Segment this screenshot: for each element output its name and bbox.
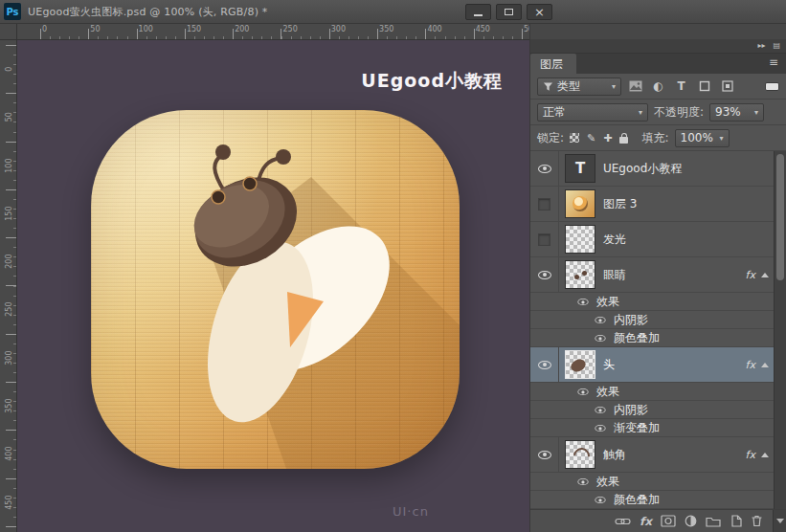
tutorial-caption: UEgood小教程 (361, 69, 503, 94)
add-layer-mask-button[interactable] (661, 515, 676, 527)
titlebar[interactable]: Ps UEgood萤火虫图标.psd @ 100% (头, RGB/8) * × (0, 0, 786, 24)
lock-options-row: 锁定: ✎ ✚ 填充: 100% ▾ (530, 125, 786, 151)
filter-pixel-layers-button[interactable] (626, 78, 644, 95)
collapse-effects-icon[interactable] (761, 453, 769, 457)
filter-adjustment-layers-button[interactable]: ◐ (649, 78, 667, 95)
antenna-left (214, 154, 225, 192)
eye-icon[interactable] (595, 334, 605, 341)
effect-group-row[interactable]: 效果 (530, 473, 786, 491)
scrollbar-thumb[interactable] (776, 154, 784, 280)
layer-row-glow[interactable]: 发光 (530, 222, 786, 257)
visibility-toggle[interactable] (530, 437, 559, 472)
effect-row[interactable]: 颜色叠加 (530, 329, 786, 347)
effect-row[interactable]: 颜色叠加 (530, 491, 786, 509)
visibility-toggle[interactable] (530, 347, 559, 382)
eye-icon[interactable] (577, 298, 588, 304)
delete-layer-button[interactable] (751, 515, 763, 527)
collapse-effects-icon[interactable] (761, 363, 769, 367)
effect-name[interactable]: 效果 (596, 474, 619, 490)
ruler-label: 350 (377, 25, 425, 33)
layer-name[interactable]: 图层 3 (603, 196, 637, 212)
effect-name[interactable]: 内阴影 (614, 312, 648, 328)
minimize-button[interactable] (465, 4, 491, 20)
panel-menu-icon[interactable]: ≡ (769, 54, 786, 74)
effect-name[interactable]: 渐变叠加 (614, 420, 660, 436)
horizontal-ruler[interactable]: 0 50 100 150 200 250 300 350 400 450 500 (17, 24, 531, 40)
layer-name[interactable]: 眼睛 (603, 267, 626, 283)
layer-thumbnail[interactable] (565, 440, 595, 469)
layer-name[interactable]: 触角 (603, 447, 626, 463)
visibility-toggle[interactable] (530, 151, 559, 186)
effect-row[interactable]: 内阴影 (530, 401, 786, 419)
effect-row[interactable]: 渐变叠加 (530, 419, 786, 437)
tab-layers[interactable]: 图层 (530, 54, 576, 74)
layer-thumbnail[interactable] (565, 225, 595, 254)
layer-row-head[interactable]: 头 fx (530, 347, 786, 383)
close-button[interactable]: × (527, 4, 552, 20)
lock-all-button[interactable] (619, 133, 628, 144)
new-group-button[interactable] (706, 516, 721, 527)
panel-grid-icon[interactable]: ▤ (773, 42, 780, 50)
effect-name[interactable]: 效果 (596, 384, 619, 400)
fx-badge: fx (746, 269, 759, 281)
eye-icon[interactable] (577, 477, 588, 484)
ruler-origin-corner[interactable] (0, 24, 17, 40)
layer-row-antenna[interactable]: 触角 fx (530, 437, 786, 473)
eye-icon[interactable] (577, 388, 588, 394)
chevron-down-icon: ▾ (754, 108, 758, 117)
layer-name[interactable]: 发光 (603, 232, 626, 248)
eye-icon[interactable] (595, 424, 605, 431)
filter-smart-object-button[interactable] (718, 78, 736, 95)
lock-position-button[interactable]: ✚ (603, 132, 612, 144)
new-layer-button[interactable] (730, 515, 742, 527)
eye-icon[interactable] (595, 406, 605, 412)
eye-icon[interactable] (595, 496, 605, 502)
document-canvas[interactable]: UEgood小教程 (17, 40, 529, 532)
panel-tab-bar: 图层 ≡ (530, 54, 786, 74)
ruler-label: 450 (0, 494, 17, 511)
scroll-down-button[interactable] (773, 510, 786, 532)
layer-name[interactable]: UEgood小教程 (603, 161, 682, 177)
visibility-toggle[interactable] (530, 257, 559, 292)
effect-group-row[interactable]: 效果 (530, 293, 786, 311)
eye-icon[interactable] (595, 316, 605, 322)
layer-filtering-toggle[interactable] (765, 82, 779, 91)
layer-row-icon[interactable]: 图层 3 (530, 187, 786, 222)
layer-row-text[interactable]: T UEgood小教程 (530, 151, 786, 187)
layer-thumbnail[interactable] (565, 260, 595, 289)
add-adjustment-layer-button[interactable] (685, 515, 697, 527)
restore-button[interactable] (496, 4, 522, 20)
eye-icon (538, 271, 551, 279)
opacity-select[interactable]: 93% ▾ (709, 103, 764, 122)
ruler-label: 150 (185, 25, 233, 33)
adjustment-circle-icon (685, 515, 697, 527)
type-layer-thumbnail[interactable]: T (565, 154, 595, 183)
effect-group-row[interactable]: 效果 (530, 383, 786, 401)
effect-name[interactable]: 颜色叠加 (614, 330, 660, 346)
layer-thumbnail[interactable] (565, 189, 595, 218)
add-layer-style-button[interactable]: fx (640, 515, 652, 528)
effect-row[interactable]: 内阴影 (530, 311, 786, 329)
visibility-toggle[interactable] (530, 222, 559, 256)
layer-name[interactable]: 头 (603, 357, 615, 373)
effect-name[interactable]: 内阴影 (614, 402, 648, 418)
collapse-effects-icon[interactable] (761, 273, 769, 277)
layer-row-eyes[interactable]: 眼睛 fx (530, 257, 786, 293)
filter-type-layers-button[interactable]: T (672, 78, 690, 95)
link-layers-button[interactable] (615, 516, 631, 527)
effect-name[interactable]: 颜色叠加 (614, 492, 660, 508)
layers-scrollbar[interactable] (774, 151, 786, 509)
filter-shape-layers-button[interactable] (695, 78, 713, 95)
lock-pixels-button[interactable]: ✎ (587, 132, 595, 144)
collapse-dock-icon[interactable]: ▸▸ (757, 42, 765, 50)
vertical-ruler[interactable]: 0 50 100 150 200 250 300 350 400 450 500 (0, 40, 17, 532)
dock-spacer (530, 24, 786, 39)
blend-mode-select[interactable]: 正常 ▾ (537, 103, 648, 122)
visibility-toggle[interactable] (530, 187, 559, 221)
layer-thumbnail[interactable] (565, 350, 595, 379)
fill-select[interactable]: 100% ▾ (675, 129, 730, 147)
effect-name[interactable]: 效果 (596, 294, 619, 310)
lock-transparency-button[interactable] (570, 133, 579, 143)
eye-icon (538, 361, 551, 369)
filter-kind-select[interactable]: 类型 ▾ (537, 78, 621, 96)
